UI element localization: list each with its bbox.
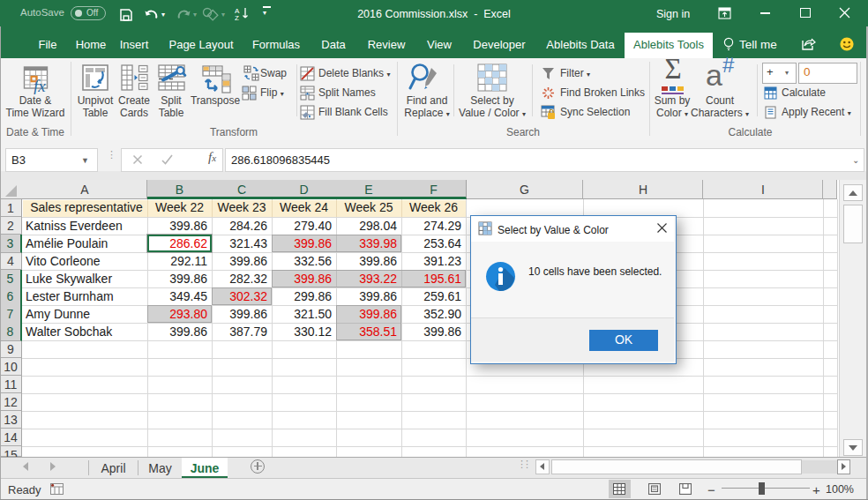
svg-text:fx: fx (34, 77, 46, 94)
